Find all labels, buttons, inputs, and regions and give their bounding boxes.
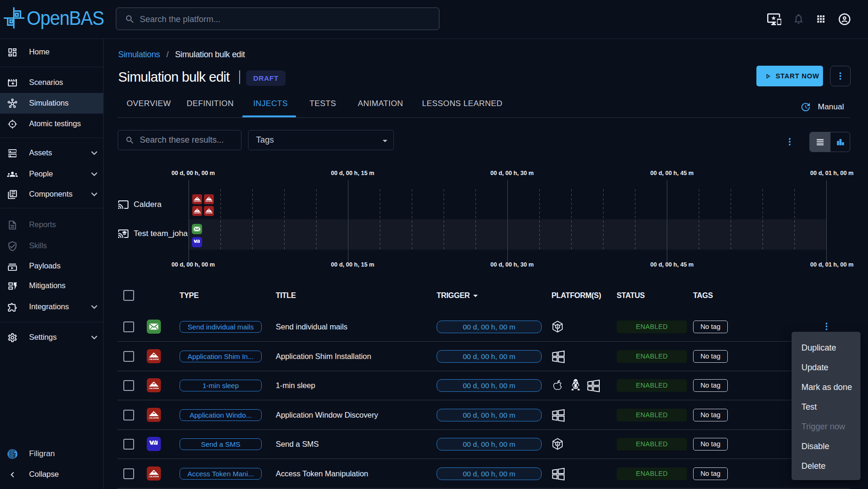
svg-text:CALDERA: CALDERA [149,387,159,390]
svg-text:CALDERA: CALDERA [205,200,213,202]
svg-text:CALDERA: CALDERA [149,417,159,419]
svg-text:CALDERA: CALDERA [149,475,159,478]
svg-text:CALDERA: CALDERA [194,200,201,202]
svg-text:CALDERA: CALDERA [194,212,201,214]
svg-text:CALDERA: CALDERA [205,212,213,214]
svg-text:CALDERA: CALDERA [149,358,159,360]
